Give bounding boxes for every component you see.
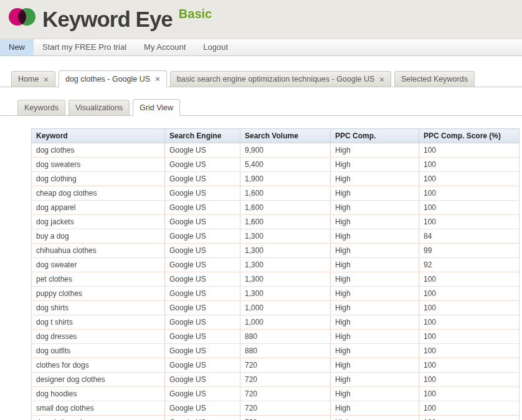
table-row[interactable]: dog clothesGoogle US9,900High100 xyxy=(32,143,520,158)
tab-label: Keywords xyxy=(24,100,59,115)
table-cell: Google US xyxy=(165,344,240,358)
close-icon[interactable]: × xyxy=(44,75,49,84)
tab-label: dog clothes - Google US xyxy=(65,72,150,87)
table-cell: designer dog clothes xyxy=(32,373,165,387)
table-cell: 880 xyxy=(240,344,331,358)
table-cell: chihuahua clothes xyxy=(32,244,165,258)
nav-item-pro-trial[interactable]: Start my FREE Pro trial xyxy=(34,39,135,55)
table-cell: dog hoodies xyxy=(32,387,165,401)
table-cell: Google US xyxy=(165,330,240,344)
column-header-keyword[interactable]: Keyword xyxy=(32,129,165,143)
table-row[interactable]: clothes for dogsGoogle US720High100 xyxy=(32,358,520,373)
close-icon[interactable]: × xyxy=(379,75,384,84)
table-row[interactable]: buy a dogGoogle US1,300High84 xyxy=(32,229,520,244)
table-cell: High xyxy=(331,272,419,287)
table-row[interactable]: dog shirtsGoogle US1,000High100 xyxy=(32,301,520,315)
table-cell: 1,000 xyxy=(240,315,331,330)
table-cell: 1,900 xyxy=(240,172,331,186)
table-cell: Google US xyxy=(165,287,240,301)
table-cell: Google US xyxy=(165,387,240,401)
table-cell: High xyxy=(331,158,419,172)
table-cell: High xyxy=(331,416,419,420)
table-row[interactable]: dog apparelGoogle US1,600High100 xyxy=(32,201,520,215)
table-cell: 100 xyxy=(419,158,520,172)
column-header-search-volume[interactable]: Search Volume xyxy=(240,129,331,143)
table-cell: High xyxy=(331,258,419,272)
table-cell: 100 xyxy=(419,315,520,330)
table-cell: High xyxy=(331,172,419,186)
table-row[interactable]: dog clothingGoogle US1,900High100 xyxy=(32,172,520,186)
column-header-search-engine[interactable]: Search Engine xyxy=(165,129,240,143)
column-header-ppc-comp[interactable]: PPC Comp. xyxy=(331,129,419,143)
tab-keywords-view[interactable]: Keywords xyxy=(17,100,65,115)
table-cell: 1,600 xyxy=(240,186,331,201)
table-header-row: Keyword Search Engine Search Volume PPC … xyxy=(32,129,520,143)
table-cell: 720 xyxy=(240,401,331,416)
table-cell: dog clothing xyxy=(32,172,165,186)
main-nav: New Start my FREE Pro trial My Account L… xyxy=(0,39,522,56)
tab-home[interactable]: Home × xyxy=(11,71,55,87)
table-cell: High xyxy=(331,301,419,315)
tab-label: Selected Keywords xyxy=(401,72,468,87)
table-cell: 100 xyxy=(419,143,520,158)
tab-label: Home xyxy=(18,72,39,87)
nav-item-my-account[interactable]: My Account xyxy=(135,39,194,55)
table-cell: Google US xyxy=(165,272,240,287)
table-cell: 1,600 xyxy=(240,215,331,229)
table-cell: 100 xyxy=(419,373,520,387)
table-cell: dog outfits xyxy=(32,344,165,358)
table-cell: 100 xyxy=(419,301,520,315)
table-cell: 5,400 xyxy=(240,158,331,172)
tab-grid-view[interactable]: Grid View xyxy=(133,99,180,116)
table-row[interactable]: puppy clothesGoogle US1,300High100 xyxy=(32,287,520,301)
tab-basic-seo-techniques[interactable]: basic search engine optimization techniq… xyxy=(170,71,391,87)
table-cell: Google US xyxy=(165,416,240,420)
table-cell: 100 xyxy=(419,201,520,215)
tab-visualizations-view[interactable]: Visualizations xyxy=(69,100,130,115)
table-cell: pet clothes xyxy=(32,272,165,287)
table-cell: 9,900 xyxy=(240,143,331,158)
table-row[interactable]: dog sweaterGoogle US1,300High92 xyxy=(32,258,520,272)
table-cell: 100 xyxy=(419,287,520,301)
table-cell: 100 xyxy=(419,330,520,344)
table-cell: Google US xyxy=(165,172,240,186)
table-cell: 100 xyxy=(419,272,520,287)
tab-dog-clothes[interactable]: dog clothes - Google US × xyxy=(59,70,167,87)
nav-item-new[interactable]: New xyxy=(0,39,34,55)
table-cell: 100 xyxy=(419,358,520,373)
table-cell: Google US xyxy=(165,315,240,330)
column-header-ppc-comp-score[interactable]: PPC Comp. Score (%) xyxy=(419,129,520,143)
table-cell: Google US xyxy=(165,244,240,258)
table-row[interactable]: dog dressesGoogle US880High100 xyxy=(32,330,520,344)
table-row[interactable]: designer dog clothesGoogle US720High100 xyxy=(32,373,520,387)
table-cell: 590 xyxy=(240,416,331,420)
table-cell: Google US xyxy=(165,158,240,172)
view-tab-bar: Keywords Visualizations Grid View xyxy=(0,98,522,116)
tab-selected-keywords[interactable]: Selected Keywords xyxy=(394,71,475,87)
nav-item-logout[interactable]: Logout xyxy=(194,39,237,55)
table-cell: dog clothes cheap xyxy=(32,416,165,420)
table-cell: High xyxy=(331,387,419,401)
table-row[interactable]: dog outfitsGoogle US880High100 xyxy=(32,344,520,358)
table-cell: High xyxy=(331,315,419,330)
close-icon[interactable]: × xyxy=(155,75,160,83)
table-row[interactable]: dog jacketsGoogle US1,600High100 xyxy=(32,215,520,229)
table-cell: High xyxy=(331,358,419,373)
table-cell: buy a dog xyxy=(32,229,165,244)
table-cell: 720 xyxy=(240,373,331,387)
table-cell: 100 xyxy=(419,416,520,420)
table-row[interactable]: dog clothes cheapGoogle US590High100 xyxy=(32,416,520,420)
tab-label: Grid View xyxy=(140,100,173,115)
logo-icon xyxy=(7,7,37,29)
table-cell: High xyxy=(331,215,419,229)
table-cell: puppy clothes xyxy=(32,287,165,301)
table-row[interactable]: dog hoodiesGoogle US720High100 xyxy=(32,387,520,401)
logo[interactable]: Keyword Eye Basic xyxy=(7,6,212,33)
table-row[interactable]: chihuahua clothesGoogle US1,300High99 xyxy=(32,244,520,258)
table-row[interactable]: cheap dog clothesGoogle US1,600High100 xyxy=(32,186,520,201)
table-row[interactable]: pet clothesGoogle US1,300High100 xyxy=(32,272,520,287)
table-cell: Google US xyxy=(165,186,240,201)
table-row[interactable]: dog t shirtsGoogle US1,000High100 xyxy=(32,315,520,330)
table-row[interactable]: small dog clothesGoogle US720High100 xyxy=(32,401,520,416)
table-row[interactable]: dog sweatersGoogle US5,400High100 xyxy=(32,158,520,172)
